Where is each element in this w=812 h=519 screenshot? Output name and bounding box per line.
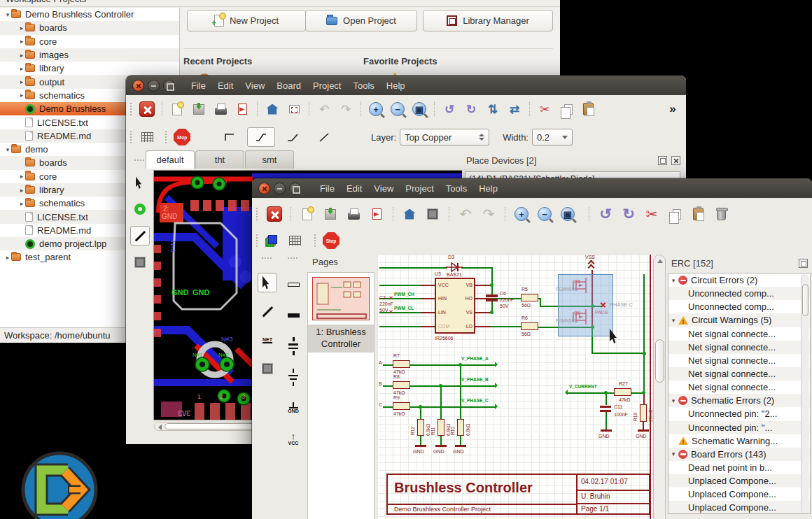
cut-button[interactable]: ✂ [643,205,661,223]
expand-arrow-icon[interactable]: ▸ [4,254,11,261]
flip-button[interactable]: ⇄ [505,100,524,118]
wire-mode-45-button[interactable] [247,127,275,147]
net-label-v-current[interactable]: V_CURRENT [569,385,597,390]
menu-tools[interactable]: Tools [446,183,467,194]
capacitor-bipolar-tool-button[interactable] [284,336,303,356]
vcc-tool-button[interactable]: ↑VCC [284,429,303,448]
capacitor-tool-button[interactable] [284,367,303,387]
tree-row[interactable]: ▸core [0,35,179,48]
tree-row[interactable]: ▾Demo Brushless Controller [0,8,179,21]
expand-arrow-icon[interactable]: ▸ [18,78,25,85]
collapse-arrow-icon[interactable]: ▾ [668,397,678,404]
close-window-button[interactable] [258,183,270,194]
select-tool-button[interactable] [258,273,277,292]
erc-item[interactable]: Unplaced Compone... [668,474,810,488]
erc-item[interactable]: Unconnected pin: "2... [668,407,810,420]
resistor-tool-button[interactable] [284,275,303,294]
undo-button[interactable]: ↶ [315,100,333,118]
erc-item[interactable]: Unplaced Compone... [668,488,810,501]
tab-default[interactable]: default [146,150,195,169]
scroll-thumb[interactable] [802,284,808,316]
erc-group-schematic-errors[interactable]: ▾Schematic Errors (2) [668,394,810,407]
component-tool-button[interactable] [258,359,277,378]
expand-arrow-icon[interactable]: ▸ [18,24,25,31]
netlabel-tool-button[interactable]: NET [258,330,277,350]
spinner-icon[interactable] [479,134,484,141]
tab-tht[interactable]: tht [195,150,244,169]
layer-select[interactable]: Top Copper [400,129,489,145]
paste-button[interactable] [689,205,707,223]
zoom-in-button[interactable]: + [512,205,531,223]
close-window-button[interactable] [132,80,144,92]
wire-mode-90-button[interactable] [279,127,307,147]
librepcb-logo[interactable] [20,450,99,519]
dock-float-icon[interactable] [799,259,808,268]
zoom-out-button[interactable]: − [388,100,407,118]
maximize-window-button[interactable] [163,80,175,92]
collapse-arrow-icon[interactable]: ▾ [668,450,678,457]
dock-close-icon[interactable] [671,156,680,165]
menu-edit[interactable]: Edit [218,80,233,91]
copy-button[interactable] [557,100,575,118]
page-thumbnail[interactable] [312,277,370,320]
schematic-titlebar[interactable]: File Edit View Project Tools Help [252,178,812,198]
menu-board[interactable]: Board [276,80,301,91]
minimize-window-button[interactable] [148,80,160,92]
tree-row[interactable]: ▸boards [0,21,179,34]
copy-button[interactable] [666,205,684,223]
tab-smt[interactable]: smt [245,150,294,169]
erc-item[interactable]: Dead net point in b... [668,461,810,474]
menu-file[interactable]: File [191,80,206,91]
grid-settings-button[interactable] [138,128,156,146]
scroll-thumb[interactable] [655,339,664,383]
tree-row[interactable]: ▸library [0,62,179,75]
via-tool-button[interactable] [130,199,150,219]
erc-scrollbar[interactable] [801,274,809,514]
paste-button[interactable] [579,100,597,118]
menu-tools[interactable]: Tools [353,80,374,91]
new-file-button[interactable] [298,205,316,223]
erc-group-circuit-errors[interactable]: ▾Circuit Errors (2) [668,273,810,287]
menu-edit[interactable]: Edit [346,183,362,194]
maximize-window-button[interactable] [289,183,301,194]
schematic-vscrollbar[interactable] [653,255,666,519]
dock-float-icon[interactable] [658,156,667,165]
expand-arrow-icon[interactable]: ▸ [18,173,25,180]
net-label-pwm-cl[interactable]: PWM_CL [394,306,414,311]
expand-arrow-icon[interactable]: ▸ [18,65,25,72]
erc-item[interactable]: Unconnected comp... [668,300,810,313]
home-button[interactable] [263,100,281,118]
menu-file[interactable]: File [320,183,335,194]
menu-view[interactable]: View [245,80,265,91]
gnd-tool-button[interactable]: GND [284,398,303,418]
print-button[interactable] [211,100,230,118]
cut-button[interactable]: ✂ [536,100,554,118]
erc-list[interactable]: ▾Circuit Errors (2) Unconnected comp... … [668,273,811,514]
save-button[interactable] [321,205,340,223]
net-label-v-phase-a[interactable]: V_PHASE_A [461,357,489,362]
pages-list[interactable]: 1: Brushless Controller [307,272,374,519]
new-project-button[interactable]: +New Project [187,10,306,31]
rotate-ccw-button[interactable]: ↺ [440,100,458,118]
board-setup-button[interactable] [285,100,303,118]
zoom-in-button[interactable]: + [367,100,385,118]
expand-arrow-icon[interactable]: ▸ [18,187,25,194]
wire-mode-hv-button[interactable] [216,127,244,147]
control-panel-button[interactable] [424,205,442,223]
home-button[interactable] [400,205,419,223]
device-tool-button[interactable] [130,253,150,272]
rotate-cw-button[interactable]: ↻ [462,100,480,118]
erc-item[interactable]: Net signal connecte... [668,327,810,341]
redo-button[interactable]: ↷ [479,205,498,223]
stop-tool-button[interactable]: Stop [322,232,340,250]
erc-item[interactable]: Unconnected pin: "... [668,421,810,434]
library-manager-button[interactable]: Library Manager [423,10,553,31]
expand-arrow-icon[interactable]: ▸ [18,38,25,45]
pdf-export-button[interactable] [233,100,251,118]
collapse-arrow-icon[interactable]: ▾ [668,277,678,284]
grid-settings-button[interactable] [286,232,304,250]
tree-row[interactable]: ▸images [0,48,179,62]
close-project-button[interactable] [265,205,284,223]
menu-help[interactable]: Help [386,80,405,91]
redo-button[interactable]: ↷ [337,100,355,118]
